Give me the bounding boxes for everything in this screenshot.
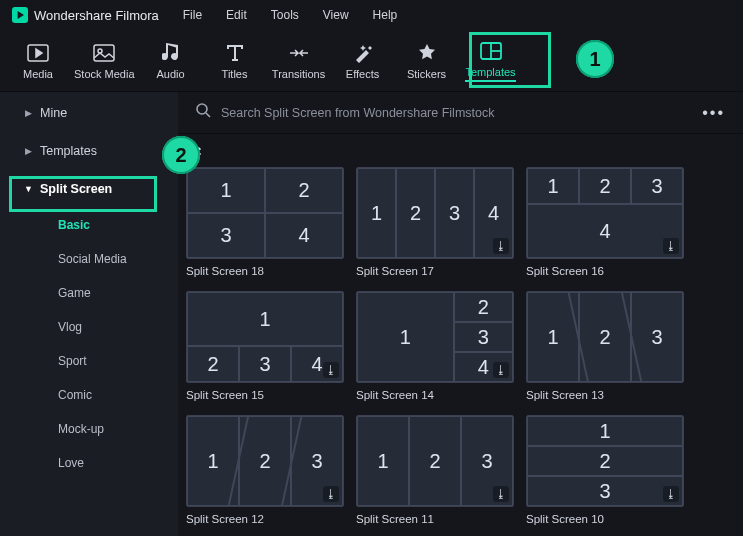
template-thumbnail: 1 2 3 4 ⭳ — [356, 167, 514, 259]
annotation-callout-2: 2 — [162, 136, 200, 174]
media-icon — [27, 42, 49, 64]
sidebar-sub-game[interactable]: Game — [0, 276, 178, 310]
sidebar-item-label: Split Screen — [40, 182, 112, 196]
template-thumbnail: 1 2 3 4 — [186, 167, 344, 259]
download-icon[interactable]: ⭳ — [663, 238, 679, 254]
sidebar-item-split-screen[interactable]: ▼ Split Screen — [0, 170, 178, 208]
template-card[interactable]: 1 2 3 ⭳ Split Screen 12 — [186, 415, 344, 525]
search-bar: ••• — [178, 92, 743, 134]
sidebar-sub-social-media[interactable]: Social Media — [0, 242, 178, 276]
download-icon[interactable]: ⭳ — [493, 238, 509, 254]
menu-help[interactable]: Help — [373, 8, 398, 22]
template-thumbnail: 1 2 3 4 ⭳ — [526, 167, 684, 259]
sidebar-sub-comic[interactable]: Comic — [0, 378, 178, 412]
sidebar-item-label: Mine — [40, 106, 67, 120]
menu-view[interactable]: View — [323, 8, 349, 22]
tab-label: Stickers — [407, 68, 446, 80]
template-thumbnail: 1 2 3 ⭳ — [356, 415, 514, 507]
download-icon[interactable]: ⭳ — [493, 362, 509, 378]
template-thumbnail: 1 2 3 4 ⭳ — [186, 291, 344, 383]
menu-tools[interactable]: Tools — [271, 8, 299, 22]
tab-label: Effects — [346, 68, 379, 80]
template-card[interactable]: 1 2 3 4 Split Screen 18 — [186, 167, 344, 277]
search-icon — [196, 103, 211, 122]
template-label: Split Screen 17 — [356, 265, 514, 277]
sidebar-sub-basic[interactable]: Basic — [0, 208, 178, 242]
tab-effects[interactable]: Effects — [335, 33, 391, 89]
tab-label: Templates — [465, 66, 515, 82]
sidebar-sub-mockup[interactable]: Mock-up — [0, 412, 178, 446]
titles-icon — [224, 42, 246, 64]
tab-media[interactable]: Media — [10, 33, 66, 89]
template-thumbnail: 1 2 3 — [526, 291, 684, 383]
sidebar: ▶ Mine ▶ Templates ▼ Split Screen Basic … — [0, 92, 178, 536]
tab-label: Titles — [222, 68, 248, 80]
svg-point-7 — [197, 104, 207, 114]
template-card[interactable]: 1 2 3 4 ⭳ Split Screen 17 — [356, 167, 514, 277]
download-icon[interactable]: ⭳ — [323, 486, 339, 502]
template-card[interactable]: 1 2 3 4 ⭳ Split Screen 14 — [356, 291, 514, 401]
tab-titles[interactable]: Titles — [207, 33, 263, 89]
templates-grid: 1 2 3 4 Split Screen 18 1 2 3 4 ⭳ Split … — [178, 163, 743, 529]
stickers-icon — [416, 42, 438, 64]
template-card[interactable]: 1 2 3 Split Screen 13 — [526, 291, 684, 401]
sidebar-sub-sport[interactable]: Sport — [0, 344, 178, 378]
svg-marker-1 — [36, 49, 42, 57]
sidebar-sub-vlog[interactable]: Vlog — [0, 310, 178, 344]
download-icon[interactable]: ⭳ — [493, 486, 509, 502]
tab-transitions[interactable]: Transitions — [271, 33, 327, 89]
tab-label: Media — [23, 68, 53, 80]
template-thumbnail: 1 2 3 ⭳ — [186, 415, 344, 507]
template-card[interactable]: 1 2 3 ⭳ Split Screen 11 — [356, 415, 514, 525]
svg-rect-2 — [94, 45, 114, 61]
tab-stickers[interactable]: Stickers — [399, 33, 455, 89]
main-panel: ••• C 1 2 3 4 Split Screen 18 1 2 3 — [178, 92, 743, 536]
template-label: Split Screen 13 — [526, 389, 684, 401]
template-label: Split Screen 15 — [186, 389, 344, 401]
annotation-callout-1: 1 — [576, 40, 614, 78]
app-brand: Wondershare Filmora — [12, 7, 159, 23]
title-bar: Wondershare Filmora File Edit Tools View… — [0, 0, 743, 30]
transitions-icon — [288, 42, 310, 64]
svg-line-8 — [206, 113, 210, 117]
chevron-right-icon: ▶ — [24, 146, 32, 156]
app-name: Wondershare Filmora — [34, 8, 159, 23]
template-label: Split Screen 18 — [186, 265, 344, 277]
effects-icon — [352, 42, 374, 64]
tab-stock-media[interactable]: Stock Media — [74, 33, 135, 89]
chevron-right-icon: ▶ — [24, 108, 32, 118]
template-label: Split Screen 11 — [356, 513, 514, 525]
stock-media-icon — [93, 42, 115, 64]
tab-label: Stock Media — [74, 68, 135, 80]
app-logo-icon — [12, 7, 28, 23]
search-input[interactable] — [221, 106, 692, 120]
template-thumbnail: 1 2 3 4 ⭳ — [356, 291, 514, 383]
sidebar-item-templates[interactable]: ▶ Templates — [0, 132, 178, 170]
sidebar-item-mine[interactable]: ▶ Mine — [0, 94, 178, 132]
template-label: Split Screen 14 — [356, 389, 514, 401]
template-card[interactable]: 1 2 3 4 ⭳ Split Screen 16 — [526, 167, 684, 277]
tab-label: Transitions — [272, 68, 325, 80]
templates-icon — [480, 40, 502, 62]
tab-audio[interactable]: Audio — [143, 33, 199, 89]
main-toolbar: Media Stock Media Audio Titles Transitio… — [0, 30, 743, 92]
download-icon[interactable]: ⭳ — [323, 362, 339, 378]
menu-edit[interactable]: Edit — [226, 8, 247, 22]
download-icon[interactable]: ⭳ — [663, 486, 679, 502]
audio-icon — [160, 42, 182, 64]
section-title: C — [178, 134, 743, 163]
chevron-down-icon: ▼ — [24, 184, 32, 194]
more-options-icon[interactable]: ••• — [702, 104, 725, 122]
sidebar-sub-love[interactable]: Love — [0, 446, 178, 480]
template-card[interactable]: 1 2 3 ⭳ Split Screen 10 — [526, 415, 684, 525]
sidebar-item-label: Templates — [40, 144, 97, 158]
tab-label: Audio — [156, 68, 184, 80]
template-label: Split Screen 12 — [186, 513, 344, 525]
template-thumbnail: 1 2 3 ⭳ — [526, 415, 684, 507]
tab-templates[interactable]: Templates — [463, 33, 519, 89]
content-area: ▶ Mine ▶ Templates ▼ Split Screen Basic … — [0, 92, 743, 536]
menu-file[interactable]: File — [183, 8, 202, 22]
template-card[interactable]: 1 2 3 4 ⭳ Split Screen 15 — [186, 291, 344, 401]
template-label: Split Screen 16 — [526, 265, 684, 277]
template-label: Split Screen 10 — [526, 513, 684, 525]
